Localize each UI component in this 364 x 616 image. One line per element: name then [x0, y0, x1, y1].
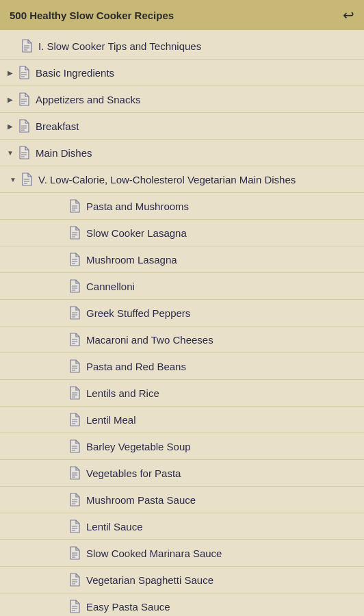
doc-icon-main-dishes — [16, 145, 31, 160]
tree-container: I. Slow Cooker Tips and Techniques Basic… — [0, 30, 364, 616]
tree-item-mushroom-lasagna[interactable]: Mushroom Lasagna — [0, 246, 364, 273]
tree-item-pasta-red-beans[interactable]: Pasta and Red Beans — [0, 353, 364, 380]
label-breakfast: Breakfast — [36, 120, 360, 132]
label-mushroom-pasta-sauce: Mushroom Pasta Sauce — [86, 494, 360, 506]
arrow-appetizers — [4, 93, 16, 105]
tree-item-cannelloni[interactable]: Cannelloni — [0, 273, 364, 300]
doc-icon-vegetarian-spaghetti — [67, 572, 82, 587]
tree-item-breakfast[interactable]: Breakfast — [0, 113, 364, 140]
label-easy-pasta-sauce: Easy Pasta Sauce — [86, 601, 360, 613]
label-appetizers: Appetizers and Snacks — [36, 94, 360, 105]
label-cannelloni: Cannelloni — [86, 281, 360, 292]
label-lentil-sauce: Lentil Sauce — [86, 521, 360, 532]
tree-item-lentils-rice[interactable]: Lentils and Rice — [0, 380, 364, 407]
arrow-breakfast — [4, 120, 16, 132]
doc-icon-breakfast — [16, 118, 31, 133]
tree-item-vegetarian-spaghetti[interactable]: Vegetarian Spaghetti Sauce — [0, 567, 364, 593]
tree-item-tips[interactable]: I. Slow Cooker Tips and Techniques — [0, 33, 364, 60]
tree-item-barley-vegetable-soup[interactable]: Barley Vegetable Soup — [0, 433, 364, 460]
tree-item-mushroom-pasta-sauce[interactable]: Mushroom Pasta Sauce — [0, 487, 364, 513]
label-tips: I. Slow Cooker Tips and Techniques — [38, 40, 360, 52]
doc-icon-lentils-rice — [67, 385, 82, 400]
doc-icon-slow-cooker-lasagna — [67, 225, 82, 240]
doc-icon-mushroom-lasagna — [67, 252, 82, 267]
doc-icon-mushroom-pasta-sauce — [67, 492, 82, 507]
doc-icon-basic-ingredients — [16, 65, 31, 80]
arrow-vegetarian-main — [7, 173, 19, 185]
doc-icon-tips — [19, 38, 34, 53]
doc-icon-macaroni-two-cheeses — [67, 332, 82, 347]
tree-item-macaroni-two-cheeses[interactable]: Macaroni and Two Cheeses — [0, 326, 364, 353]
doc-icon-greek-stuffed-peppers — [67, 305, 82, 320]
label-lentil-meal: Lentil Meal — [86, 414, 360, 426]
tree-item-slow-cooker-lasagna[interactable]: Slow Cooker Lasagna — [0, 220, 364, 246]
doc-icon-cannelloni — [67, 279, 82, 294]
tree-item-greek-stuffed-peppers[interactable]: Greek Stuffed Peppers — [0, 300, 364, 326]
label-lentils-rice: Lentils and Rice — [86, 387, 360, 399]
tree-item-appetizers[interactable]: Appetizers and Snacks — [0, 86, 364, 113]
label-slow-cooked-marinara: Slow Cooked Marinara Sauce — [86, 548, 360, 559]
tree-item-basic-ingredients[interactable]: Basic Ingredients — [0, 60, 364, 86]
back-button[interactable]: ↩ — [343, 7, 354, 23]
label-pasta-mushrooms: Pasta and Mushrooms — [86, 201, 360, 212]
tree-item-vegetables-pasta[interactable]: Vegetables for Pasta — [0, 460, 364, 487]
tree-item-vegetarian-main[interactable]: V. Low-Calorie, Low-Cholesterol Vegetari… — [0, 166, 364, 193]
doc-icon-easy-pasta-sauce — [67, 599, 82, 614]
label-vegetarian-main: V. Low-Calorie, Low-Cholesterol Vegetari… — [38, 174, 360, 185]
label-barley-vegetable-soup: Barley Vegetable Soup — [86, 441, 360, 452]
doc-icon-pasta-mushrooms — [67, 198, 82, 214]
tree-item-easy-pasta-sauce[interactable]: Easy Pasta Sauce — [0, 593, 364, 616]
arrow-main-dishes — [4, 146, 16, 159]
doc-icon-barley-vegetable-soup — [67, 439, 82, 454]
label-main-dishes: Main Dishes — [36, 147, 360, 159]
tree-item-pasta-mushrooms[interactable]: Pasta and Mushrooms — [0, 193, 364, 220]
doc-icon-vegetarian-main — [19, 172, 34, 187]
tree-item-lentil-meal[interactable]: Lentil Meal — [0, 407, 364, 433]
label-slow-cooker-lasagna: Slow Cooker Lasagna — [86, 227, 360, 239]
tree-item-main-dishes[interactable]: Main Dishes — [0, 140, 364, 166]
doc-icon-vegetables-pasta — [67, 465, 82, 480]
doc-icon-lentil-meal — [67, 412, 82, 427]
tree-item-slow-cooked-marinara[interactable]: Slow Cooked Marinara Sauce — [0, 540, 364, 567]
label-vegetables-pasta: Vegetables for Pasta — [86, 467, 360, 479]
label-macaroni-two-cheeses: Macaroni and Two Cheeses — [86, 334, 360, 346]
tree-item-lentil-sauce[interactable]: Lentil Sauce — [0, 513, 364, 540]
doc-icon-appetizers — [16, 92, 31, 107]
label-mushroom-lasagna: Mushroom Lasagna — [86, 254, 360, 266]
label-vegetarian-spaghetti: Vegetarian Spaghetti Sauce — [86, 574, 360, 586]
header: 500 Healthy Slow Cooker Recipes ↩ — [0, 0, 364, 30]
doc-icon-lentil-sauce — [67, 519, 82, 534]
label-basic-ingredients: Basic Ingredients — [36, 67, 360, 79]
header-title: 500 Healthy Slow Cooker Recipes — [10, 10, 174, 21]
doc-icon-pasta-red-beans — [67, 359, 82, 374]
label-pasta-red-beans: Pasta and Red Beans — [86, 361, 360, 372]
arrow-basic-ingredients — [4, 66, 16, 79]
label-greek-stuffed-peppers: Greek Stuffed Peppers — [86, 307, 360, 319]
doc-icon-slow-cooked-marinara — [67, 546, 82, 561]
